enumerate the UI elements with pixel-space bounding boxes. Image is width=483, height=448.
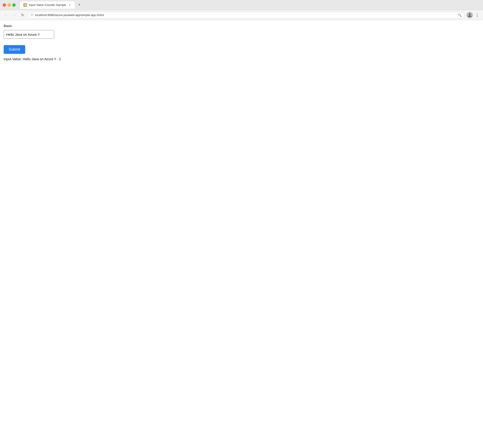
tab-bar: 🖼 Input Value Counter Sample × + (20, 1, 480, 9)
back-button[interactable]: ← (3, 12, 9, 18)
address-bar[interactable]: ⓘ localhost:8080/azure-javaweb-app/simpl… (27, 12, 465, 19)
address-text: localhost:8080/azure-javaweb-app/simple-… (35, 13, 456, 17)
title-bar: 🖼 Input Value Counter Sample × + (0, 0, 483, 10)
profile-button[interactable] (467, 12, 473, 18)
nav-right: ⋮ (467, 12, 480, 18)
section-label: Basic (4, 24, 479, 28)
new-tab-button[interactable]: + (76, 2, 82, 8)
menu-button[interactable]: ⋮ (474, 12, 480, 18)
text-input[interactable] (4, 30, 54, 39)
address-lock-icon: ⓘ (31, 13, 33, 17)
tab-close-button[interactable]: × (68, 3, 72, 7)
forward-button[interactable]: → (11, 12, 17, 18)
page-content: Basic Submit Input Value: Hello Java on … (0, 20, 483, 448)
output-text: Input Value: Hello Java on Azure !! : 2 (4, 57, 479, 61)
tab-favicon: 🖼 (23, 3, 27, 7)
traffic-lights (3, 3, 16, 7)
maximize-button[interactable] (12, 3, 16, 7)
active-tab[interactable]: 🖼 Input Value Counter Sample × (20, 1, 75, 9)
nav-bar: ← → ↻ ⓘ localhost:8080/azure-javaweb-app… (0, 10, 483, 20)
browser-window: 🖼 Input Value Counter Sample × + ← → ↻ ⓘ… (0, 0, 483, 448)
close-button[interactable] (3, 3, 6, 7)
reload-button[interactable]: ↻ (19, 12, 26, 18)
submit-button[interactable]: Submit (4, 45, 25, 54)
tab-title: Input Value Counter Sample (29, 3, 66, 7)
address-search-icon: 🔍 (458, 13, 462, 17)
minimize-button[interactable] (8, 3, 11, 7)
profile-icon (468, 13, 472, 17)
